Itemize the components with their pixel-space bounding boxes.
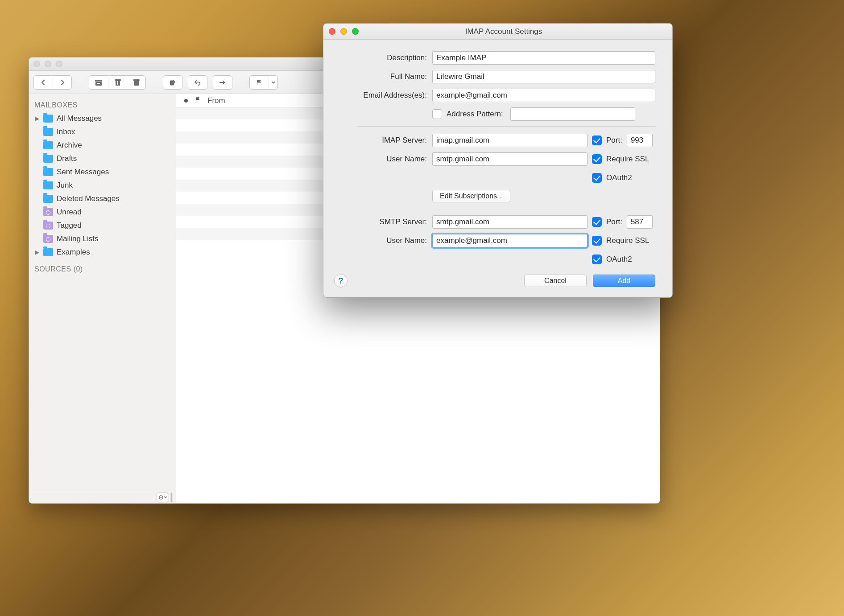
forward-button[interactable] — [53, 76, 71, 89]
sidebar-item-label: Inbox — [57, 127, 75, 136]
smtp-ssl-checkbox[interactable] — [592, 236, 602, 246]
address-pattern-checkbox[interactable] — [432, 109, 442, 119]
undo-button[interactable] — [188, 76, 207, 89]
imap-ssl-label: Require SSL — [606, 155, 649, 164]
add-button[interactable]: Add — [593, 275, 655, 287]
sidebar-item-all-messages[interactable]: ▶ All Messages — [29, 112, 176, 125]
unread-column-icon[interactable] — [184, 99, 188, 103]
sidebar-item-inbox[interactable]: Inbox — [29, 125, 176, 139]
sidebar-item-label: Mailing Lists — [57, 234, 99, 243]
smtp-oauth2-label: OAuth2 — [606, 255, 632, 264]
disclosure-triangle-icon[interactable]: ▶ — [34, 249, 40, 255]
sidebar-item-tagged[interactable]: Tagged — [29, 219, 176, 232]
smart-folder-icon — [43, 208, 53, 216]
smtp-oauth2-checkbox[interactable] — [592, 255, 602, 264]
resize-handle-icon[interactable] — [169, 493, 174, 502]
sidebar-item-deleted-messages[interactable]: Deleted Messages — [29, 192, 176, 205]
sidebar-item-label: Drafts — [57, 154, 77, 163]
folder-icon — [43, 115, 53, 123]
full-name-label: Full Name: — [334, 72, 427, 81]
edit-subscriptions-button[interactable]: Edit Subscriptions... — [432, 190, 510, 202]
sidebar-item-label: Junk — [57, 181, 73, 190]
sidebar-item-archive[interactable]: Archive — [29, 139, 176, 152]
minimize-icon[interactable] — [45, 61, 51, 67]
junk-button[interactable] — [108, 76, 127, 89]
back-button[interactable] — [34, 76, 53, 89]
close-icon[interactable] — [329, 28, 335, 35]
compose-button[interactable] — [163, 76, 182, 89]
sidebar: MAILBOXES ▶ All Messages Inbox Archive — [29, 94, 176, 503]
archive-button[interactable] — [89, 76, 108, 89]
imap-oauth2-checkbox[interactable] — [592, 173, 602, 183]
imap-port-label: Port: — [606, 136, 622, 145]
traffic-lights — [33, 61, 62, 67]
help-button[interactable]: ? — [334, 274, 348, 287]
gear-menu-button[interactable] — [157, 493, 168, 502]
flag-dropdown[interactable] — [249, 75, 278, 90]
redo-button[interactable] — [213, 76, 232, 89]
maximize-icon[interactable] — [352, 28, 359, 35]
sidebar-item-sent-messages[interactable]: Sent Messages — [29, 165, 176, 179]
imap-port-field[interactable] — [627, 134, 653, 147]
sidebar-item-junk[interactable]: Junk — [29, 179, 176, 192]
close-icon[interactable] — [33, 61, 40, 67]
imap-port-checkbox[interactable] — [592, 136, 602, 145]
description-field[interactable] — [432, 51, 655, 65]
disclosure-triangle-icon[interactable]: ▶ — [34, 115, 40, 122]
smtp-port-checkbox[interactable] — [592, 217, 602, 227]
address-pattern-label: Address Pattern: — [447, 110, 503, 119]
smtp-server-field[interactable] — [432, 215, 587, 229]
sidebar-section-mailboxes: MAILBOXES — [29, 99, 176, 112]
sidebar-item-label: Examples — [57, 248, 90, 257]
imap-username-field[interactable] — [432, 152, 587, 166]
redo-button-group — [213, 75, 232, 90]
sidebar-item-label: Deleted Messages — [57, 194, 120, 203]
separator — [357, 208, 655, 208]
smart-folder-icon — [43, 222, 53, 230]
sidebar-item-label: Tagged — [57, 221, 82, 230]
from-column-header[interactable]: From — [207, 96, 225, 105]
imap-username-label: User Name: — [334, 155, 427, 164]
email-addresses-field[interactable] — [432, 89, 655, 102]
compose-button-group — [163, 75, 182, 90]
folder-icon — [43, 248, 53, 256]
sidebar-item-label: Unread — [57, 208, 82, 217]
separator — [357, 126, 655, 127]
delete-button[interactable] — [127, 76, 145, 89]
folder-icon — [43, 181, 53, 189]
maximize-icon[interactable] — [56, 61, 62, 67]
svg-rect-2 — [97, 83, 100, 84]
address-pattern-field[interactable] — [510, 107, 635, 121]
imap-oauth2-label: OAuth2 — [606, 173, 632, 182]
imap-ssl-checkbox[interactable] — [592, 154, 602, 164]
nav-group — [33, 75, 72, 90]
archive-group — [89, 75, 146, 90]
folder-icon — [43, 195, 53, 203]
sidebar-item-label: All Messages — [57, 114, 102, 123]
email-addresses-label: Email Address(es): — [334, 91, 427, 100]
smtp-port-label: Port: — [606, 218, 622, 226]
minimize-icon[interactable] — [340, 28, 347, 35]
smtp-ssl-label: Require SSL — [606, 236, 649, 245]
sidebar-section-sources: SOURCES (0) — [29, 263, 176, 276]
imap-settings-dialog: IMAP Account Settings Description: Full … — [323, 23, 673, 298]
full-name-field[interactable] — [432, 70, 655, 83]
smtp-port-field[interactable] — [627, 215, 653, 229]
smart-folder-icon — [43, 235, 53, 243]
sidebar-item-label: Sent Messages — [57, 168, 109, 177]
imap-server-field[interactable] — [432, 134, 587, 147]
smtp-username-field[interactable] — [432, 234, 587, 247]
sidebar-item-examples[interactable]: ▶ Examples — [29, 246, 176, 259]
sidebar-item-drafts[interactable]: Drafts — [29, 152, 176, 165]
flag-column-icon[interactable] — [195, 96, 200, 105]
folder-icon — [43, 128, 53, 136]
svg-rect-0 — [95, 80, 102, 82]
undo-button-group — [188, 75, 207, 90]
sidebar-footer — [29, 491, 176, 503]
sidebar-item-mailing-lists[interactable]: Mailing Lists — [29, 232, 176, 246]
svg-rect-5 — [117, 81, 118, 85]
sidebar-item-unread[interactable]: Unread — [29, 205, 176, 219]
cancel-button[interactable]: Cancel — [524, 275, 587, 287]
description-label: Description: — [334, 53, 427, 62]
smtp-server-label: SMTP Server: — [334, 218, 427, 226]
